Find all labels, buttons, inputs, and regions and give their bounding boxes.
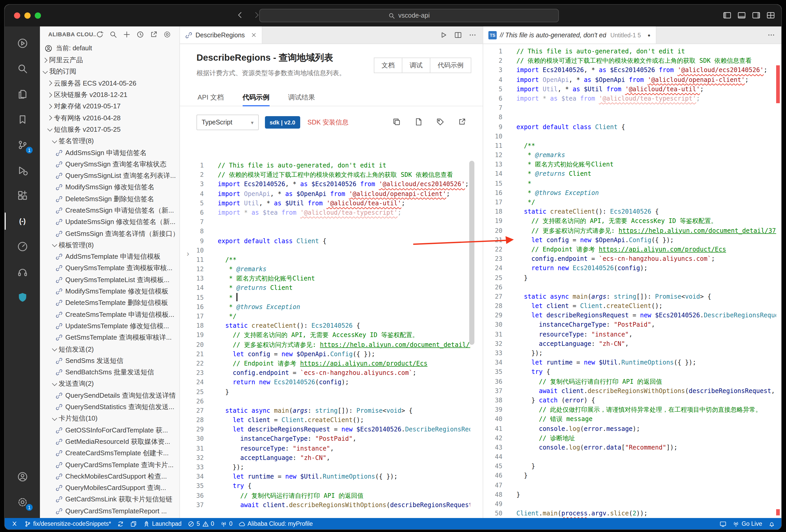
code-line[interactable]: 8 xyxy=(483,113,776,122)
accounts-button[interactable] xyxy=(5,464,40,489)
code-line[interactable]: 33 }); xyxy=(180,463,470,472)
code-line[interactable]: 2// 依赖的模块可通过下载工程中的模块依赖文件或右上角的获取 SDK 依赖信息… xyxy=(180,170,470,179)
tree-item[interactable]: GetCardSmsLink 获取卡片短信短链 xyxy=(40,494,179,506)
close-window-button[interactable] xyxy=(14,13,20,19)
tree-item[interactable]: CheckMobilesCardSupport 检查... xyxy=(40,470,179,482)
code-line[interactable]: 22 // Endpoint 请参考 https://api.aliyun.co… xyxy=(483,245,776,254)
tree-item[interactable]: 云服务器 ECS v2014-05-26 xyxy=(40,77,179,89)
explorer-button[interactable] xyxy=(5,82,40,107)
code-line[interactable]: 21 let config = new $OpenApi.Config({ })… xyxy=(180,349,470,359)
tree-item[interactable]: GetOSSInfoForCardTemplate 获... xyxy=(40,424,179,436)
code-line[interactable]: 1// This file is auto-generated, don't e… xyxy=(180,161,470,170)
code-line[interactable]: 1// This file is auto-generated, don't e… xyxy=(483,47,776,56)
tree-item[interactable]: QueryCardSmsTemplate 查询卡片... xyxy=(40,459,179,471)
debug-button[interactable]: 调试 xyxy=(402,57,430,73)
settings-icon[interactable] xyxy=(163,30,171,38)
open-external-icon[interactable] xyxy=(458,118,466,126)
tree-item[interactable]: UpdateSmsSign 修改短信签名（新... xyxy=(40,216,179,228)
compare-status[interactable] xyxy=(127,518,140,529)
code-line[interactable]: 48} xyxy=(483,490,776,499)
code-line[interactable]: 49 xyxy=(483,499,776,509)
tree-item[interactable]: SendBatchSms 批量发送短信 xyxy=(40,367,179,378)
tree-item[interactable]: QuerySmsSign 查询签名审核状态 xyxy=(40,158,179,170)
code-line[interactable]: 12 * @remarks xyxy=(483,151,776,160)
code-line[interactable]: 28 let client = Client.createClient(); xyxy=(180,415,470,425)
run-icon[interactable] xyxy=(440,31,447,39)
more-actions-icon[interactable] xyxy=(767,31,775,39)
settings-button[interactable]: 1 xyxy=(5,489,40,515)
code-line[interactable]: 20 // 更多鉴权访问方式请参见: https://help.aliyun.c… xyxy=(483,226,776,235)
code-line[interactable]: 15 * xyxy=(180,293,470,302)
code-line[interactable]: 6import * as $tea from '@alicloud/tea-ty… xyxy=(180,208,470,217)
code-line[interactable]: 21 let config = new $OpenApi.Config({ })… xyxy=(483,235,776,245)
code-sample-editor[interactable]: 1// This file is auto-generated, don't e… xyxy=(180,161,470,518)
code-line[interactable]: 23 config.endpoint = `ecs-cn-hangzhou.al… xyxy=(180,368,470,377)
code-line[interactable]: 16 * @throws Exception xyxy=(180,302,470,311)
search-button[interactable] xyxy=(5,56,40,82)
doc-button[interactable]: 文档 xyxy=(374,57,402,73)
code-line[interactable]: 15 * xyxy=(483,179,776,188)
code-line[interactable]: 14 * @returns Client xyxy=(483,169,776,179)
tree-item[interactable]: QuerySmsSignList 查询签名列表详... xyxy=(40,170,179,182)
code-line[interactable]: 34 let runtime = new $Util.RuntimeOption… xyxy=(483,358,776,367)
tree-item[interactable]: AddSmsTemplate 申请短信模板 xyxy=(40,251,179,263)
launchpad-status[interactable]: Launchpad xyxy=(140,518,185,529)
profile-row[interactable]: 当前: default xyxy=(40,42,179,54)
code-line[interactable]: 28 let client = Client.createClient(); xyxy=(483,301,776,310)
code-line[interactable]: 50Client.main(process.argv.slice(2)); xyxy=(483,509,776,518)
code-line[interactable]: 36 // 复制代码运行请自行打印 API 的返回值 xyxy=(180,491,470,500)
add-icon[interactable] xyxy=(123,30,131,38)
feedback-icon[interactable] xyxy=(436,118,444,126)
code-line[interactable]: 27 static async main(args: string[]): Pr… xyxy=(180,406,470,415)
code-line[interactable]: 41 console.log(error.message); xyxy=(483,424,776,433)
code-line[interactable]: 9export default class Client { xyxy=(180,236,470,246)
code-line[interactable]: 34 let runtime = new $Util.RuntimeOption… xyxy=(180,472,470,481)
code-line[interactable]: 37 await client.describeRegionsWithOptio… xyxy=(483,386,776,396)
tree-item[interactable]: QueryMobilesCardSupport 查询... xyxy=(40,482,179,494)
tree-item[interactable]: 专有网络 v2016-04-28 xyxy=(40,112,179,124)
code-line[interactable]: 18 static createClient(): Ecs20140526 { xyxy=(180,321,470,330)
tree-item[interactable]: GetMediaResourceId 获取媒体资... xyxy=(40,436,179,448)
toggle-panel-icon[interactable] xyxy=(737,11,746,20)
code-line[interactable]: 29 let describeRegionsRequest = new $Ecs… xyxy=(483,311,776,320)
code-line[interactable]: 13 * 匿名方式初始化账号Client xyxy=(180,274,470,283)
code-line[interactable]: 30 instanceChargeType: "PostPaid", xyxy=(180,434,470,444)
code-line[interactable]: 12 * @remarks xyxy=(180,264,470,274)
toggle-secondary-sidebar-icon[interactable] xyxy=(752,11,761,20)
code-line[interactable]: 31 resourceType: "instance", xyxy=(483,329,776,339)
source-control-button[interactable]: 1 xyxy=(5,132,40,158)
code-line[interactable]: 10 xyxy=(180,246,470,255)
code-editor[interactable]: 1// This file is auto-generated, don't e… xyxy=(483,47,776,518)
code-line[interactable]: 27 static async main(args: string[]): Pr… xyxy=(483,292,776,301)
tree-item[interactable]: ModifySmsSign 修改短信签名 xyxy=(40,182,179,193)
tree-item[interactable]: QuerySmsTemplate 查询模板审核... xyxy=(40,263,179,274)
code-line[interactable]: 24 return new Ecs20140526(config); xyxy=(180,378,470,387)
export-icon[interactable] xyxy=(150,30,158,38)
tab-debug-result[interactable]: 调试结果 xyxy=(288,89,315,106)
code-line[interactable]: 4import OpenApi, * as $OpenApi from '@al… xyxy=(483,75,776,84)
tree-item[interactable]: 模板管理(8) xyxy=(40,239,179,251)
code-line[interactable]: 26 xyxy=(180,396,470,406)
alibaba-api-toolkit-button[interactable]: (-) xyxy=(5,208,40,234)
code-line[interactable]: 18 static createClient(): Ecs20140526 { xyxy=(483,207,776,216)
code-line[interactable]: 10 xyxy=(483,132,776,141)
tree-item[interactable]: AddSmsSign 申请短信签名 xyxy=(40,147,179,159)
unsaved-dot-icon[interactable]: ● xyxy=(648,32,650,38)
tab-describeregions[interactable]: DescribeRegions xyxy=(180,26,262,44)
split-editor-icon[interactable] xyxy=(454,31,462,39)
code-line[interactable]: 24 return new Ecs20140526(config); xyxy=(483,264,776,273)
code-line[interactable]: 35 try { xyxy=(483,367,776,377)
history-icon[interactable] xyxy=(136,30,144,38)
dial-button[interactable] xyxy=(5,234,40,259)
code-line[interactable]: 35 try { xyxy=(180,482,470,491)
tree-item[interactable]: SendCardSms 发送卡片短信 xyxy=(40,517,179,518)
run-circle-button[interactable] xyxy=(5,30,40,56)
code-line[interactable]: 8 xyxy=(180,227,470,236)
more-actions-icon[interactable] xyxy=(469,31,477,39)
go-live-status[interactable]: Go Live xyxy=(730,518,765,529)
code-line[interactable]: 45 } xyxy=(483,462,776,471)
code-line[interactable]: 26 xyxy=(483,282,776,292)
code-line[interactable]: 7 xyxy=(483,103,776,113)
code-line[interactable]: 37 await client.describeRegionsWithOptio… xyxy=(180,500,470,510)
tree-item[interactable]: 签名管理(8) xyxy=(40,135,179,147)
